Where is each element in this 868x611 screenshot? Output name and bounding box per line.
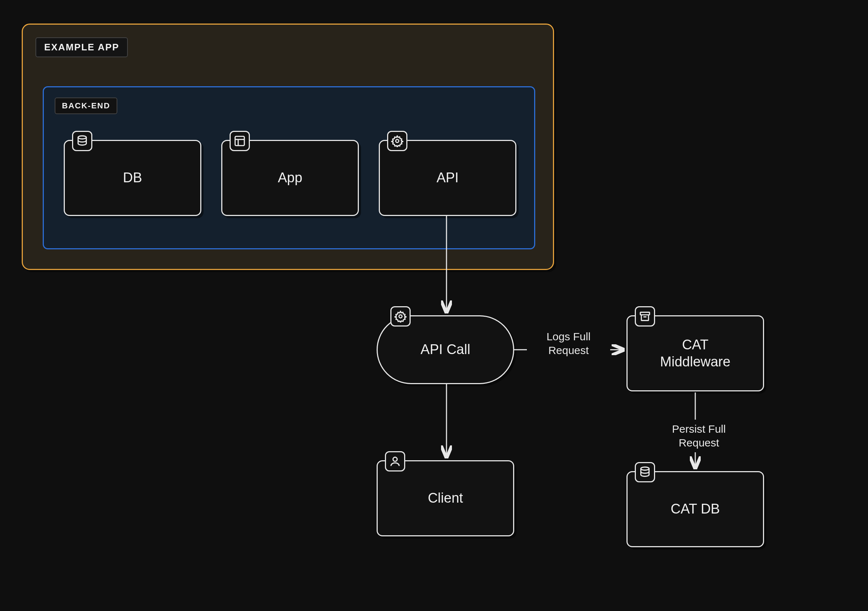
node-cat-db: CAT DB	[626, 471, 764, 547]
node-client-label: Client	[428, 490, 463, 507]
node-client: Client	[377, 460, 514, 536]
node-db: DB	[64, 140, 202, 216]
node-api-label: API	[436, 169, 459, 187]
group-example-app: EXAMPLE APP BACK-END DB App API	[22, 23, 554, 270]
database-icon	[635, 462, 655, 482]
node-cat-db-label: CAT DB	[671, 501, 720, 518]
svg-point-6	[393, 457, 397, 461]
group-example-app-label: EXAMPLE APP	[36, 37, 128, 57]
node-app-label: App	[278, 169, 302, 187]
svg-rect-1	[235, 136, 245, 146]
svg-point-9	[641, 467, 649, 470]
database-icon	[72, 131, 92, 151]
node-api-call: API Call	[377, 315, 514, 384]
svg-point-5	[399, 315, 402, 318]
edge-label-logs-full-request: Logs Full Request	[529, 330, 608, 357]
archive-icon	[635, 306, 655, 326]
gear-icon	[391, 306, 411, 326]
edge-label-persist-full-request: Persist Full Request	[652, 422, 746, 449]
node-db-label: DB	[123, 169, 142, 187]
node-api: API	[379, 140, 516, 216]
svg-rect-7	[640, 312, 649, 315]
node-api-call-label: API Call	[420, 341, 470, 358]
node-cat-middleware: CAT Middleware	[626, 315, 764, 392]
user-icon	[385, 451, 405, 471]
group-back-end: BACK-END DB App API	[43, 86, 535, 249]
node-cat-middleware-label: CAT Middleware	[660, 336, 730, 371]
gear-icon	[387, 131, 408, 151]
group-back-end-label: BACK-END	[55, 98, 117, 114]
node-app: App	[221, 140, 359, 216]
svg-point-0	[78, 136, 87, 139]
layout-icon	[229, 131, 250, 151]
svg-point-4	[396, 140, 399, 143]
